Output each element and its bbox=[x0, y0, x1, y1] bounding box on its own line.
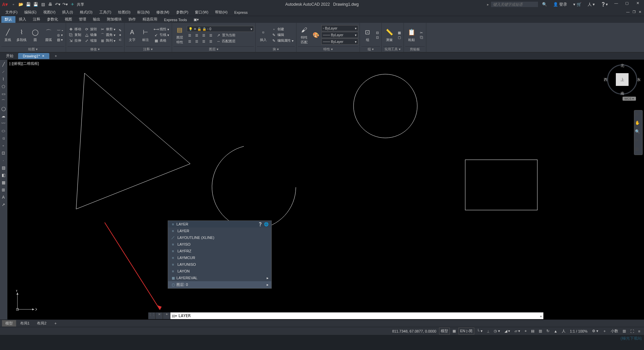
ac-item[interactable]: ≡LAYFRZ bbox=[168, 248, 271, 254]
command-input[interactable] bbox=[178, 313, 539, 318]
panel-modify-title[interactable]: 修改 ▾ bbox=[67, 46, 123, 52]
search-input[interactable] bbox=[491, 2, 538, 7]
tool-insert-icon[interactable]: ▫ bbox=[0, 142, 7, 149]
spline-icon[interactable]: 〰 ▾ bbox=[56, 28, 64, 33]
cmdline-handle[interactable]: ⋮⋮ bbox=[148, 312, 156, 319]
tab-start[interactable]: 开始 bbox=[1, 52, 18, 59]
color-dropdown[interactable]: ▫ ByLayer▾ bbox=[321, 25, 358, 31]
tab-drawing1[interactable]: Drawing1*✕ bbox=[18, 53, 49, 59]
menu-insert[interactable]: 插入(I) bbox=[59, 9, 75, 15]
table-button[interactable]: ▦表格 bbox=[153, 38, 170, 43]
tool-circle-icon[interactable]: ◯ bbox=[0, 105, 7, 112]
blockedit-button[interactable]: ✎编辑 bbox=[270, 32, 295, 38]
layer-dropdown[interactable]: 💡 ☀ 🔓 🔒 ▫ 0▾ bbox=[187, 26, 254, 32]
menu-format[interactable]: 格式(O) bbox=[77, 9, 95, 15]
plot-icon[interactable]: 🖶 bbox=[47, 1, 53, 7]
status-space[interactable]: 模型 bbox=[439, 328, 450, 335]
status-cycle-icon[interactable]: ↻ bbox=[545, 328, 551, 334]
status-grid-icon[interactable]: ▦ bbox=[451, 328, 458, 334]
maximize-button[interactable]: ▢ bbox=[623, 1, 631, 8]
circle-button[interactable]: ◯圆 bbox=[29, 27, 42, 43]
panel-group-title[interactable]: 组 ▾ bbox=[361, 46, 380, 52]
ac-item[interactable]: ／LAYOUTLINE (XLINE) bbox=[168, 234, 271, 241]
status-annot-icon[interactable]: ▲ bbox=[552, 328, 559, 334]
create-button[interactable]: ▫创建 bbox=[270, 27, 295, 32]
copy-clip-icon[interactable]: ⿻ bbox=[419, 35, 425, 40]
paste-button[interactable]: 📋粘贴 bbox=[405, 27, 418, 43]
nav-wheel-icon[interactable]: ◎ bbox=[635, 112, 642, 118]
ac-item[interactable]: ≡LAYON bbox=[168, 268, 271, 274]
ac-item[interactable]: ▢ 图层: 0▸ bbox=[168, 281, 271, 288]
layer-tool7-icon[interactable]: ☰ bbox=[201, 39, 207, 44]
panel-props-title[interactable]: 特性 ▾ bbox=[298, 46, 358, 52]
tool-point-icon[interactable]: · bbox=[0, 157, 7, 164]
menu-file[interactable]: 文件(F) bbox=[3, 9, 20, 15]
status-osnap-icon[interactable]: ▱ ▾ bbox=[513, 328, 522, 334]
tool-xline-icon[interactable]: ⟋ bbox=[0, 68, 7, 75]
doc-restore-button[interactable]: ❐ bbox=[631, 10, 637, 15]
ac-item[interactable]: ≡LAYISO bbox=[168, 241, 271, 248]
tool-spline-icon[interactable]: 〰 bbox=[0, 120, 7, 127]
copy-button[interactable]: ⿻复制 bbox=[67, 32, 83, 38]
tool-revcloud-icon[interactable]: ☁ bbox=[0, 113, 7, 119]
tool-pline-icon[interactable]: ⌇ bbox=[0, 76, 7, 83]
tool-line-icon[interactable]: ╱ bbox=[0, 61, 7, 68]
search-button[interactable]: 🔍 bbox=[540, 1, 549, 7]
status-coords[interactable]: 811.7348, 67.0877, 0.0000 bbox=[390, 328, 438, 334]
layer-tool4-icon[interactable]: ☰ bbox=[208, 33, 214, 38]
insert-button[interactable]: ▫插入 bbox=[257, 27, 270, 43]
wcs-dropdown[interactable]: WCS ▾ bbox=[623, 97, 636, 101]
tool-table-icon[interactable]: ⊞ bbox=[0, 187, 7, 193]
tool-text-icon[interactable]: A bbox=[0, 194, 7, 201]
layer-tool3-icon[interactable]: ☰ bbox=[201, 33, 207, 38]
status-annotscale-icon[interactable]: 人 bbox=[560, 328, 567, 335]
layer-tool1-icon[interactable]: ☰ bbox=[187, 33, 193, 38]
ac-web-icon[interactable]: 🌐 bbox=[264, 222, 269, 227]
panel-annot-title[interactable]: 注释 ▾ bbox=[126, 46, 170, 52]
viewcube[interactable]: 上 北 南 东 西 bbox=[607, 64, 637, 95]
polyline-button[interactable]: ⌇多段线 bbox=[15, 27, 28, 43]
share-label[interactable]: 共享 bbox=[77, 2, 84, 7]
text-button[interactable]: A文字 bbox=[126, 27, 139, 43]
ungroup-icon[interactable]: ⊟ bbox=[375, 31, 380, 35]
viewcube-w[interactable]: 西 bbox=[604, 77, 607, 82]
tool-ellipse-icon[interactable]: ⬭ bbox=[0, 128, 7, 134]
status-trans-icon[interactable]: ▥ bbox=[537, 328, 544, 334]
ellipse-icon[interactable]: ◎ ▾ bbox=[56, 33, 64, 37]
color-wheel-icon[interactable]: 🎨 bbox=[311, 32, 321, 39]
web-icon[interactable]: ▤ bbox=[40, 1, 46, 7]
ac-item[interactable]: ≡LAYER bbox=[168, 228, 271, 234]
editattr-button[interactable]: ✎编辑属性 ▾ bbox=[270, 38, 295, 43]
saveas-icon[interactable]: 💾 bbox=[33, 1, 39, 7]
ac-help-icon[interactable]: ❔ bbox=[258, 222, 263, 227]
doc-close-button[interactable]: ✕ bbox=[637, 10, 643, 15]
nav-show-icon[interactable]: ▥ bbox=[635, 147, 642, 153]
minimize-button[interactable]: — bbox=[612, 1, 621, 8]
tab-manage[interactable]: 管理 bbox=[75, 16, 90, 23]
tool-region-icon[interactable]: ▦ bbox=[0, 179, 7, 186]
panel-util-title[interactable]: 实用工具 ▾ bbox=[383, 46, 402, 52]
status-ime[interactable]: EN ▷简 bbox=[459, 328, 474, 335]
close-button[interactable]: ✕ bbox=[633, 1, 642, 8]
layer-tool2-icon[interactable]: ☰ bbox=[194, 33, 200, 38]
help-icon[interactable]: ❔▾ bbox=[599, 1, 610, 7]
menu-express[interactable]: Express bbox=[231, 10, 250, 15]
status-snap-icon[interactable]: └ ▾ bbox=[475, 328, 484, 334]
util2-icon[interactable]: ▢ bbox=[396, 35, 402, 40]
array-button[interactable]: ⊞阵列 ▾ bbox=[99, 38, 117, 43]
cart-icon[interactable]: ▾ 🛒 bbox=[571, 1, 583, 7]
menu-help[interactable]: 帮助(H) bbox=[212, 9, 230, 15]
cmdline-opts-icon[interactable]: ✦ bbox=[163, 312, 170, 319]
fillet-button[interactable]: ⌒圆角 ▾ bbox=[99, 32, 117, 38]
status-view-icon[interactable]: ▥ bbox=[621, 328, 628, 334]
stretch-button[interactable]: ⇲拉伸 bbox=[67, 38, 83, 43]
arc-button[interactable]: ⌒圆弧 bbox=[42, 27, 55, 43]
measure-button[interactable]: 📏测量 bbox=[383, 27, 396, 43]
tab-layout2[interactable]: 布局2 bbox=[34, 320, 50, 327]
status-gear-icon[interactable]: ⚙ ▾ bbox=[590, 328, 600, 334]
app-icon[interactable]: 人 ▾ bbox=[586, 1, 597, 8]
status-lwt-icon[interactable]: ▤ bbox=[529, 328, 536, 334]
tab-collab[interactable]: 协作 bbox=[125, 16, 139, 23]
close-tab-icon[interactable]: ✕ bbox=[42, 54, 45, 58]
menu-edit[interactable]: 编辑(E) bbox=[21, 9, 39, 15]
